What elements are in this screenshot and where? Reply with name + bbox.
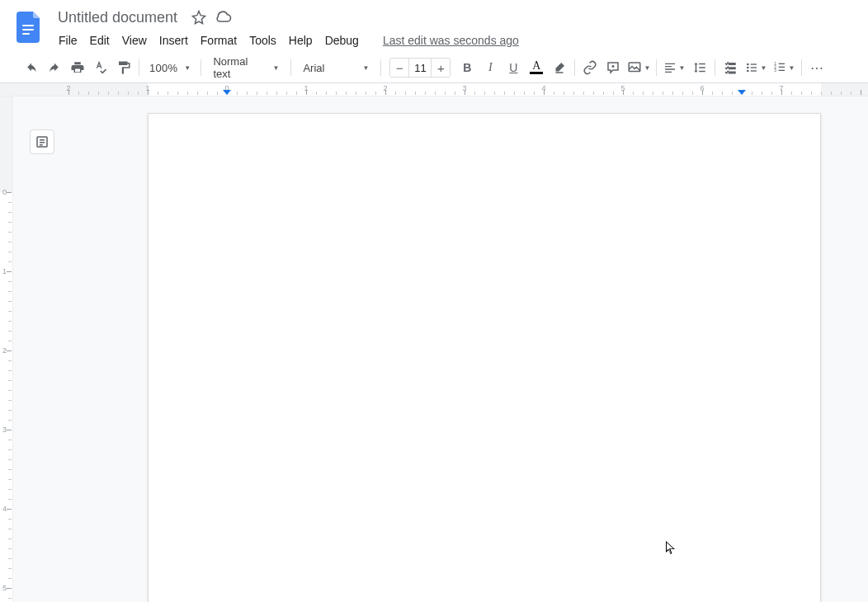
cloud-status-icon[interactable] [215, 9, 232, 26]
chevron-down-icon: ▼ [788, 64, 795, 72]
chevron-down-icon: ▼ [184, 64, 191, 72]
toolbar: 100% ▼ Normal text ▼ Arial ▼ − + B I U A [0, 53, 868, 83]
chevron-down-icon: ▼ [273, 64, 280, 72]
zoom-select[interactable]: 100% ▼ [143, 62, 197, 74]
italic-button[interactable]: I [479, 56, 502, 79]
font-value: Arial [303, 62, 324, 74]
paint-format-button[interactable] [112, 56, 135, 79]
document-outline-button[interactable] [30, 129, 54, 154]
insert-comment-button[interactable] [601, 56, 625, 79]
highlight-color-button[interactable] [548, 56, 571, 79]
workspace: 0123456 [0, 96, 868, 602]
document-title[interactable]: Untitled document [53, 7, 182, 28]
chevron-down-icon: ▼ [760, 64, 767, 72]
menu-edit[interactable]: Edit [84, 31, 116, 50]
title-bar: Untitled document File Edit View Insert … [0, 0, 868, 53]
star-icon[interactable] [191, 9, 207, 26]
svg-rect-1 [22, 29, 34, 31]
print-button[interactable] [66, 56, 89, 79]
checklist-button[interactable] [719, 56, 742, 79]
paragraph-style-select[interactable]: Normal text ▼ [205, 55, 287, 80]
underline-button[interactable]: U [502, 56, 525, 79]
menu-view[interactable]: View [116, 31, 153, 50]
style-value: Normal text [213, 55, 266, 80]
docs-logo[interactable] [13, 10, 46, 43]
chevron-down-icon: ▼ [363, 64, 370, 72]
vertical-ruler[interactable]: 0123456 [0, 96, 13, 602]
insert-image-button[interactable]: ▼ [625, 56, 653, 79]
bold-button[interactable]: B [455, 56, 479, 79]
font-size-decrease[interactable]: − [390, 59, 408, 77]
undo-button[interactable] [20, 56, 43, 79]
font-size-increase[interactable]: + [432, 59, 450, 77]
redo-button[interactable] [43, 56, 66, 79]
font-size-stepper: − + [389, 58, 451, 78]
chevron-down-icon: ▼ [644, 64, 650, 72]
svg-rect-7 [751, 67, 757, 68]
toolbar-separator [139, 59, 139, 76]
svg-rect-15 [779, 70, 785, 71]
svg-point-8 [747, 70, 749, 73]
menu-debug[interactable]: Debug [319, 31, 365, 50]
font-size-input[interactable] [408, 59, 432, 77]
more-options-button[interactable]: ⋯ [805, 56, 828, 79]
last-edit-link[interactable]: Last edit was seconds ago [377, 31, 525, 50]
zoom-value: 100% [149, 62, 177, 74]
svg-rect-2 [22, 33, 30, 35]
page-canvas[interactable] [148, 113, 821, 602]
insert-link-button[interactable] [578, 56, 601, 79]
document-area[interactable] [13, 96, 868, 602]
svg-rect-5 [751, 63, 757, 64]
align-button[interactable]: ▼ [660, 56, 688, 79]
line-spacing-button[interactable] [688, 56, 711, 79]
spellcheck-button[interactable] [89, 56, 112, 79]
svg-rect-11 [779, 63, 785, 64]
horizontal-ruler[interactable]: 2101234567 [0, 83, 868, 96]
svg-text:3: 3 [775, 68, 777, 73]
menu-tools[interactable]: Tools [243, 31, 282, 50]
chevron-down-icon: ▼ [678, 64, 685, 72]
svg-point-6 [747, 67, 749, 69]
menu-bar: File Edit View Insert Format Tools Help … [53, 30, 525, 51]
svg-rect-9 [751, 70, 757, 71]
menu-file[interactable]: File [53, 31, 83, 50]
svg-rect-13 [779, 67, 785, 68]
svg-rect-0 [22, 25, 34, 26]
menu-format[interactable]: Format [195, 31, 243, 50]
bulleted-list-button[interactable]: ▼ [742, 56, 770, 79]
text-color-button[interactable]: A [525, 56, 548, 79]
menu-insert[interactable]: Insert [153, 31, 194, 50]
numbered-list-button[interactable]: 123▼ [770, 56, 798, 79]
font-family-select[interactable]: Arial ▼ [295, 62, 377, 74]
menu-help[interactable]: Help [283, 31, 318, 50]
svg-point-4 [747, 63, 749, 66]
